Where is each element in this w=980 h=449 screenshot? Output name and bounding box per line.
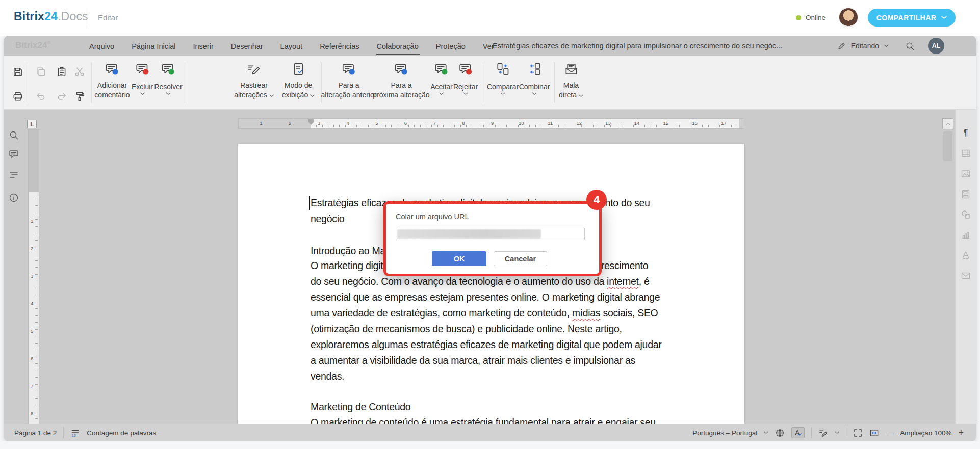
language-selector[interactable]: Português – Portugal xyxy=(692,429,757,437)
share-button[interactable]: COMPARTILHAR xyxy=(868,9,956,27)
display-mode-button[interactable]: Modo deexibição xyxy=(282,62,315,100)
tab-referencias[interactable]: Referências xyxy=(319,37,360,55)
tab-inserir[interactable]: Inserir xyxy=(192,37,214,55)
about-icon[interactable] xyxy=(9,193,19,203)
comments-icon[interactable] xyxy=(9,149,19,159)
shape-settings-icon[interactable] xyxy=(961,209,971,220)
button-label: Adicionarcomentário xyxy=(94,81,130,100)
set-language-globe-icon[interactable] xyxy=(775,428,785,438)
document-page[interactable]: Estratégias eficazes de marketing digita… xyxy=(238,144,744,424)
ruler-number: 7 xyxy=(31,383,33,389)
text-line[interactable]: Marketing de Conteúdo xyxy=(311,399,410,415)
text-line[interactable]: a aumentar a visibilidade da sua marca, … xyxy=(311,353,635,368)
add-comment-button[interactable]: M17.5 14.7v4.2M15.4 16.8h4.2Adicionarcom… xyxy=(94,62,130,100)
tab-layout[interactable]: Layout xyxy=(279,37,304,55)
scrollbar-thumb[interactable] xyxy=(943,131,952,161)
next-change-button[interactable]: M15.3 16.8h4.4M17.8 14.7l2.1 2.1-2.1 2.1… xyxy=(373,62,429,100)
vertical-scrollbar[interactable] xyxy=(942,118,953,441)
vertical-ruler[interactable]: 12345678 xyxy=(28,129,39,441)
cut-button[interactable] xyxy=(74,66,85,77)
tab-colaboracao[interactable]: Colaboração xyxy=(376,37,420,55)
tab-desenhar[interactable]: Desenhar xyxy=(230,37,264,55)
button-label: Maladireta xyxy=(559,81,583,100)
headers-footers-icon[interactable] xyxy=(961,189,971,199)
chevron-down-icon[interactable] xyxy=(884,44,889,47)
user-initials-badge[interactable]: AL xyxy=(928,38,944,54)
text-line[interactable]: essencial que as empresas estejam presen… xyxy=(311,289,660,305)
tab-stop-selector[interactable]: L xyxy=(27,120,37,128)
delete-comment-button[interactable]: M15.9 15.2l3.2 3.2M19.1 15.2l-3.2 3.2Exc… xyxy=(132,62,153,95)
page-indicator[interactable]: Página 1 de 2 xyxy=(14,429,57,437)
text-line[interactable]: uma variedade de estratégias, como marke… xyxy=(311,305,658,321)
tab-arquivo[interactable]: Arquivo xyxy=(88,37,115,55)
spellcheck-toggle[interactable] xyxy=(791,427,805,438)
mail-merge-icon xyxy=(564,62,578,76)
copy-button[interactable] xyxy=(35,66,46,77)
navigation-icon[interactable] xyxy=(9,170,19,180)
comment-prev-icon: M19.7 16.8h-4.4M17.2 14.7l-2.1 2.1 2.1 2… xyxy=(342,62,355,76)
share-button-label: COMPARTILHAR xyxy=(876,14,936,22)
chart-settings-icon[interactable] xyxy=(961,230,971,240)
print-button[interactable] xyxy=(12,91,23,102)
search-icon[interactable] xyxy=(905,41,915,51)
page-background xyxy=(0,441,980,449)
text-art-icon[interactable] xyxy=(961,250,971,260)
cancel-button[interactable]: Cancelar xyxy=(494,251,547,266)
chevron-down-icon xyxy=(941,16,947,19)
text-line[interactable]: vendas. xyxy=(311,368,344,384)
mail-merge-panel-icon[interactable] xyxy=(961,271,971,281)
horizontal-ruler[interactable]: 1234567891011121314151617 xyxy=(238,118,744,129)
avatar[interactable] xyxy=(839,8,858,27)
reject-change-button[interactable]: M15.9 15.2l3.2 3.2M19.1 15.2l-3.2 3.2Rej… xyxy=(453,62,478,95)
button-label: Rejeitar xyxy=(453,82,478,92)
combine-button[interactable]: Combinar xyxy=(519,62,550,95)
track-changes-button[interactable]: Rastrearalterações xyxy=(234,62,274,100)
toolbar-divider xyxy=(27,62,27,103)
scroll-up-button[interactable] xyxy=(942,118,953,129)
menu-tabs: ArquivoPágina InicialInserirDesenharLayo… xyxy=(88,36,495,56)
url-input[interactable] xyxy=(396,228,585,240)
save-button[interactable] xyxy=(12,66,23,77)
redacted-url-value xyxy=(397,229,541,239)
word-count-label[interactable]: Contagem de palavras xyxy=(87,429,156,437)
zoom-in-button[interactable]: + xyxy=(958,428,964,438)
text-line[interactable]: exploraremos algumas estratégias eficaze… xyxy=(311,337,661,353)
zoom-level-label: Ampliação 100% xyxy=(900,429,951,437)
search-icon[interactable] xyxy=(9,130,19,140)
statusbar-divider xyxy=(63,427,64,438)
mail-merge-button[interactable]: Maladireta xyxy=(559,62,583,100)
text-line[interactable]: negócio xyxy=(311,211,344,227)
table-settings-icon[interactable] xyxy=(961,148,971,159)
previous-change-button[interactable]: M19.7 16.8h-4.4M17.2 14.7l-2.1 2.1 2.1 2… xyxy=(321,62,377,100)
ruler-number: 15 xyxy=(663,120,669,126)
chevron-down-icon[interactable] xyxy=(764,431,768,434)
chevron-down-icon xyxy=(439,92,444,95)
online-status: Online xyxy=(796,14,826,21)
chevron-down-icon[interactable] xyxy=(835,431,839,434)
resolve-comment-button[interactable]: M15.2 17l1.7 1.6 2.9-3.4Resolver xyxy=(154,62,182,95)
paste-button[interactable] xyxy=(56,66,67,77)
text-line[interactable]: (otimização de mecanismos de busca) e pu… xyxy=(311,321,622,337)
tab-pagina-inicial[interactable]: Página Inicial xyxy=(131,37,176,55)
ok-button[interactable]: OK xyxy=(432,251,486,266)
fit-width-icon[interactable] xyxy=(869,428,879,438)
image-settings-icon[interactable] xyxy=(961,169,971,179)
ruler-number: 6 xyxy=(31,356,33,361)
undo-button[interactable] xyxy=(35,91,46,102)
status-bar: Página 1 de 2 12 - Contagem de palavras … xyxy=(4,424,976,441)
editar-nav-label[interactable]: Editar xyxy=(98,13,118,22)
paragraph-marks-icon[interactable]: ¶ xyxy=(961,128,971,138)
fit-page-icon[interactable] xyxy=(853,428,863,438)
track-changes-status-icon[interactable] xyxy=(818,428,828,438)
word-count-icon[interactable]: 12 - xyxy=(70,428,80,438)
compare-icon xyxy=(496,62,510,76)
compare-button[interactable]: Comparar xyxy=(487,62,519,95)
tab-protecao[interactable]: Proteção xyxy=(435,37,467,55)
copy-style-button[interactable] xyxy=(74,91,85,102)
editing-mode-button[interactable]: Editando xyxy=(851,42,879,50)
accept-change-button[interactable]: M15.2 17l1.7 1.6 2.9-3.4Aceitar xyxy=(430,62,453,95)
dialog-label: Colar um arquivo URL xyxy=(396,213,469,221)
redo-button[interactable] xyxy=(56,91,67,102)
zoom-out-button[interactable]: — xyxy=(886,429,893,437)
ruler-ticks xyxy=(35,192,38,441)
